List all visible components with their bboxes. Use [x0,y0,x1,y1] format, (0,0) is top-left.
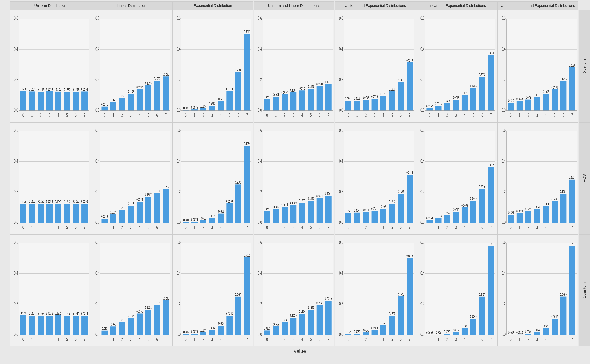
svg-text:0.0769: 0.0769 [264,207,270,211]
svg-text:6: 6 [319,112,320,118]
svg-text:2: 2 [284,224,285,230]
svg-text:0.0067: 0.0067 [444,330,450,334]
svg-text:0.0452: 0.0452 [543,324,549,328]
svg-text:0.1761: 0.1761 [325,192,332,196]
svg-text:0.0901: 0.0901 [273,93,279,97]
svg-rect-193 [453,100,459,110]
svg-rect-269 [64,204,70,223]
svg-text:0.2506: 0.2506 [398,292,404,296]
svg-rect-88 [209,106,215,110]
svg-text:0.1106: 0.1106 [127,314,134,318]
svg-text:0.028: 0.028 [102,326,107,331]
svg-rect-301 [137,202,143,223]
svg-text:0.1384: 0.1384 [299,310,305,313]
svg-text:0: 0 [22,337,24,342]
svg-text:0.0883: 0.0883 [534,93,540,97]
svg-rect-590 [244,257,250,335]
svg-text:0.1697: 0.1697 [145,193,152,197]
svg-text:0.073: 0.073 [526,95,531,99]
svg-text:0.0: 0.0 [14,219,18,225]
svg-rect-622 [317,305,323,335]
svg-text:1: 1 [438,112,439,118]
svg-text:0.1254: 0.1254 [29,312,35,316]
svg-text:0.1234: 0.1234 [64,312,70,316]
svg-text:0.1887: 0.1887 [398,190,404,194]
svg-text:0: 0 [185,112,186,118]
svg-text:0.1651: 0.1651 [145,306,152,309]
svg-text:0.2219: 0.2219 [325,297,332,301]
svg-text:0.056: 0.056 [111,98,116,102]
svg-text:0.101: 0.101 [462,91,467,95]
svg-rect-485 [569,179,575,223]
svg-text:7: 7 [246,224,248,230]
chart-r2-c2: 0.00.20.40.60.003900.007910.015920.03143… [172,234,253,346]
svg-text:0.0: 0.0 [420,332,424,337]
svg-text:0.1044: 0.1044 [281,203,288,207]
svg-text:4: 4 [301,224,303,230]
svg-text:0.4: 0.4 [177,270,181,276]
svg-text:0.2: 0.2 [14,77,18,82]
svg-rect-575 [200,332,206,335]
svg-text:0.0641: 0.0641 [345,209,351,213]
svg-text:2: 2 [528,224,529,230]
svg-text:0.6: 0.6 [420,15,424,21]
svg-rect-657 [398,297,404,335]
svg-rect-298 [128,206,134,223]
svg-text:4: 4 [139,337,140,342]
svg-text:6: 6 [75,224,77,230]
svg-text:3: 3 [211,112,213,118]
svg-rect-359 [264,211,270,223]
svg-rect-225 [525,99,531,111]
svg-rect-374 [308,201,314,223]
svg-text:2: 2 [202,112,204,118]
svg-rect-400 [363,212,369,223]
svg-text:0.1253: 0.1253 [226,312,233,316]
chart-r1-c3: 0.00.20.40.60.076900.089210.104420.11693… [254,122,335,234]
svg-rect-94 [226,91,233,110]
svg-text:0.0: 0.0 [339,219,343,225]
svg-text:0.4: 0.4 [95,46,99,52]
svg-rect-686 [462,328,468,335]
svg-text:4: 4 [139,112,140,118]
svg-text:0.2497: 0.2497 [235,292,242,297]
svg-text:0.58: 0.58 [489,242,493,246]
svg-rect-62 [154,81,160,111]
svg-rect-470 [525,211,531,223]
svg-rect-295 [119,210,125,223]
svg-text:5: 5 [147,224,149,230]
svg-rect-502 [29,316,35,335]
svg-text:5: 5 [229,224,230,230]
svg-text:2: 2 [121,337,123,342]
svg-text:0.0557: 0.0557 [273,322,279,326]
svg-text:0.2: 0.2 [502,189,506,194]
svg-rect-610 [282,322,288,335]
svg-rect-53 [128,94,134,110]
svg-text:0.1448: 0.1448 [308,196,314,201]
svg-text:1: 1 [438,337,439,342]
svg-rect-505 [38,316,44,335]
svg-text:0.0075: 0.0075 [191,105,198,109]
svg-text:0.1236: 0.1236 [46,312,53,316]
svg-rect-467 [517,213,523,223]
svg-text:6: 6 [563,224,564,230]
x-axis-label: value [10,346,590,354]
row-label-0: Xcellum [579,10,590,122]
svg-rect-415 [406,175,413,223]
svg-text:4: 4 [57,112,59,118]
svg-text:0.1957: 0.1957 [154,77,160,81]
svg-text:0.6: 0.6 [420,240,424,245]
svg-text:0.2827: 0.2827 [569,175,576,179]
svg-rect-155 [363,100,369,110]
svg-text:1: 1 [275,337,277,342]
svg-text:0.0494: 0.0494 [444,211,450,215]
svg-rect-508 [46,316,53,335]
svg-text:0.1936: 0.1936 [154,189,160,193]
svg-text:2: 2 [40,337,41,342]
svg-text:0.1307: 0.1307 [299,199,305,202]
svg-text:0.1915: 0.1915 [560,77,567,81]
svg-text:2: 2 [284,112,285,118]
svg-text:0.2: 0.2 [420,189,424,194]
svg-text:5: 5 [391,224,393,230]
svg-rect-219 [508,103,514,111]
svg-text:7: 7 [328,337,329,342]
